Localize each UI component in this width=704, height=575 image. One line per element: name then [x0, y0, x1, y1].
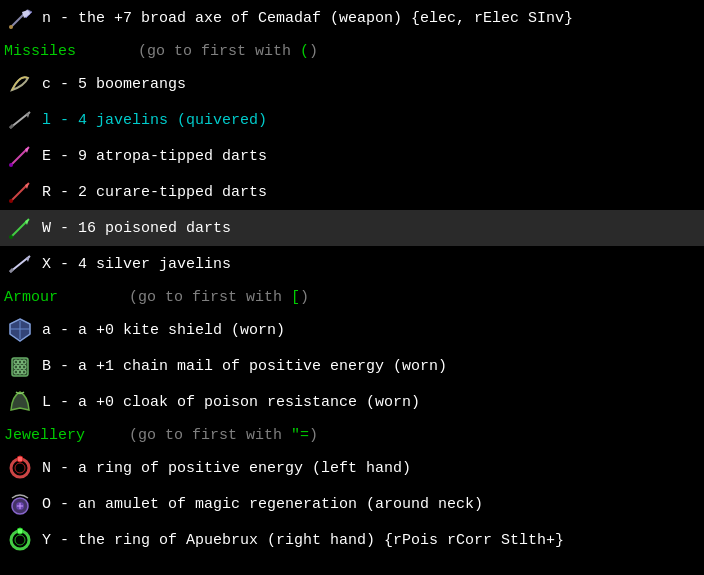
missiles-header: Missiles (go to first with ()	[0, 36, 704, 66]
amulet-icon	[4, 488, 36, 520]
dart-atropa-icon	[4, 140, 36, 172]
ring-special-icon	[4, 524, 36, 556]
item-row-a: a - a +0 kite shield (worn)	[0, 312, 704, 348]
item-l-text: l - 4 javelins (quivered)	[42, 112, 267, 129]
weapon-row-n-text: n - the +7 broad axe of Cemadaf (weapon)…	[42, 10, 573, 27]
broad-axe-icon	[4, 2, 36, 34]
item-E-text: E - 9 atropa-tipped darts	[42, 148, 267, 165]
item-Y-text: Y - the ring of Apuebrux (right hand) {r…	[42, 532, 564, 549]
item-row-l: l - 4 javelins (quivered)	[0, 102, 704, 138]
item-N-text: N - a ring of positive energy (left hand…	[42, 460, 411, 477]
svg-point-40	[17, 528, 23, 534]
svg-line-18	[10, 269, 13, 272]
jewellery-nav: (go to first with "=)	[93, 427, 318, 444]
item-a-text: a - a +0 kite shield (worn)	[42, 322, 285, 339]
svg-point-39	[15, 535, 25, 545]
svg-point-32	[15, 463, 25, 473]
item-W-text: W - 16 poisoned darts	[42, 220, 231, 237]
svg-point-15	[9, 235, 13, 239]
jewellery-header: Jewellery (go to first with "=)	[0, 420, 704, 450]
javelin-icon	[4, 104, 36, 136]
item-c-text: c - 5 boomerangs	[42, 76, 186, 93]
svg-point-12	[9, 199, 13, 203]
item-row-N: N - a ring of positive energy (left hand…	[0, 450, 704, 486]
jewellery-title: Jewellery	[4, 427, 85, 444]
dart-curare-icon	[4, 176, 36, 208]
item-row-L: L - a +0 cloak of poison resistance (wor…	[0, 384, 704, 420]
ring-icon	[4, 452, 36, 484]
javelin-silver-icon	[4, 248, 36, 280]
item-B-text: B - a +1 chain mail of positive energy (…	[42, 358, 447, 375]
svg-line-6	[10, 125, 13, 128]
item-row-R: R - 2 curare-tipped darts	[0, 174, 704, 210]
svg-point-3	[9, 25, 13, 29]
item-L-text: L - a +0 cloak of poison resistance (wor…	[42, 394, 420, 411]
missiles-nav: (go to first with ()	[84, 43, 318, 60]
item-X-text: X - 4 silver javelins	[42, 256, 231, 273]
item-row-Y: Y - the ring of Apuebrux (right hand) {r…	[0, 522, 704, 558]
item-R-text: R - 2 curare-tipped darts	[42, 184, 267, 201]
item-row-E: E - 9 atropa-tipped darts	[0, 138, 704, 174]
kite-shield-icon	[4, 314, 36, 346]
armour-nav: (go to first with [)	[66, 289, 309, 306]
cloak-icon	[4, 386, 36, 418]
item-O-text: O - an amulet of magic regeneration (aro…	[42, 496, 483, 513]
armour-header: Armour (go to first with [)	[0, 282, 704, 312]
boomerang-icon	[4, 68, 36, 100]
weapon-row-n: n - the +7 broad axe of Cemadaf (weapon)…	[0, 0, 704, 36]
item-row-X: X - 4 silver javelins	[0, 246, 704, 282]
chain-mail-icon	[4, 350, 36, 382]
item-row-W: W - 16 poisoned darts	[0, 210, 704, 246]
missiles-title: Missiles	[4, 43, 76, 60]
item-row-c: c - 5 boomerangs	[0, 66, 704, 102]
svg-point-33	[17, 456, 23, 462]
item-row-B: B - a +1 chain mail of positive energy (…	[0, 348, 704, 384]
armour-title: Armour	[4, 289, 58, 306]
dart-poison-icon	[4, 212, 36, 244]
item-row-O: O - an amulet of magic regeneration (aro…	[0, 486, 704, 522]
svg-point-9	[9, 163, 13, 167]
